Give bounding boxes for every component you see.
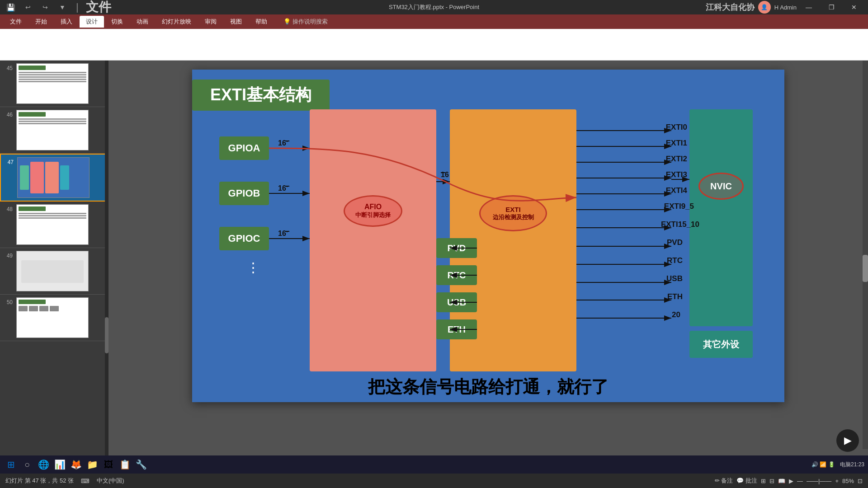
gpio-a-box: GPIOA xyxy=(219,136,269,160)
titlebar: 💾 ↩ ↪ ▼ | 文件 STM32入门教程.pptx - PowerPoint… xyxy=(0,0,868,14)
customize-icon[interactable]: ▼ xyxy=(55,0,70,14)
slide-thumb-47[interactable]: 47 xyxy=(0,154,108,202)
svg-text:16: 16 xyxy=(441,171,449,178)
system-tray: 🔊 📶 🔋 电脑21:23 xyxy=(811,461,864,469)
photos-icon[interactable]: 🖼 xyxy=(101,457,116,472)
tab-help[interactable]: 帮助 xyxy=(249,16,274,28)
view-normal[interactable]: ⊞ xyxy=(761,478,766,484)
tab-insert[interactable]: 插入 xyxy=(54,16,79,28)
brand-name: 江科大自化协 xyxy=(706,2,755,13)
exti3-label: EXTI3 xyxy=(666,170,687,179)
clock: 电脑21:23 xyxy=(840,461,864,468)
slide-preview-47 xyxy=(17,157,90,198)
slide-thumb-49[interactable]: 49 xyxy=(0,248,108,295)
svg-text:⋮: ⋮ xyxy=(246,260,260,275)
eth-label: ETH xyxy=(667,292,683,301)
comments-button[interactable]: 💬 批注 xyxy=(736,477,757,485)
tray-icons: 🔊 📶 🔋 xyxy=(811,461,835,468)
eth-box: ETH xyxy=(436,319,477,339)
gpio-b-box: GPIOB xyxy=(219,182,269,205)
main-area: 45 46 47 xyxy=(0,61,868,488)
rtc-box: RTC xyxy=(436,265,477,285)
other-device-label: 其它外设 xyxy=(703,338,739,351)
start-button[interactable]: ⊞ xyxy=(4,457,18,472)
slide-canvas[interactable]: EXTI基本结构 AFIO 中断引脚选择 EXTI 边沿检测及控制 xyxy=(192,70,784,402)
statusbar: 幻灯片 第 47 张，共 52 张 ⌨ 中文(中国) ✏ 备注 💬 批注 ⊞ ⊟… xyxy=(0,474,868,488)
powerpoint-icon[interactable]: 📊 xyxy=(52,457,67,472)
gpio-c-box: GPIOC xyxy=(219,227,269,250)
browser-icon[interactable]: 🌐 xyxy=(36,457,51,472)
slide-thumb-48[interactable]: 48 xyxy=(0,202,108,248)
sidebar-scrollbar[interactable] xyxy=(105,61,108,488)
content-scrollbar[interactable] xyxy=(863,61,868,449)
fit-to-window[interactable]: ⊡ xyxy=(858,478,863,484)
tab-animations[interactable]: 动画 xyxy=(130,16,155,28)
app1-icon[interactable]: 📋 xyxy=(118,457,132,472)
edge-icon[interactable]: 🦊 xyxy=(69,457,83,472)
user-avatar[interactable]: 👤 xyxy=(758,1,771,14)
close-button[interactable]: ✕ xyxy=(844,0,864,14)
undo-icon[interactable]: ↩ xyxy=(21,0,35,14)
ribbon: 文件 开始 插入 设计 切换 动画 幻灯片放映 审阅 视图 帮助 💡 操作说明搜… xyxy=(0,14,868,61)
window-title: STM32入门教程.pptx - PowerPoint xyxy=(389,3,479,11)
zoom-plus[interactable]: + xyxy=(835,478,839,484)
slide-thumb-46[interactable]: 46 xyxy=(0,107,108,154)
afio-sublabel: 中断引脚选择 xyxy=(355,211,391,219)
titlebar-right: 江科大自化协 👤 H Admin — ❐ ✕ xyxy=(706,0,864,14)
zoom-slider[interactable]: ——|—— xyxy=(807,478,831,484)
search-tab[interactable]: 💡 操作说明搜索 xyxy=(283,18,328,26)
statusbar-right: ✏ 备注 💬 批注 ⊞ ⊟ 📖 ▶ — ——|—— + 85% ⊡ xyxy=(715,477,863,485)
slide-num-50: 50 xyxy=(4,299,13,305)
slide-title: EXTI基本结构 xyxy=(210,85,311,104)
minimize-button[interactable]: — xyxy=(798,0,819,14)
slide-num-48: 48 xyxy=(4,206,13,212)
svg-text:16: 16 xyxy=(278,230,286,237)
diagram: AFIO 中断引脚选择 EXTI 边沿检测及控制 NVIC xyxy=(219,109,753,371)
tab-home[interactable]: 开始 xyxy=(29,16,53,28)
titlebar-left: 💾 ↩ ↪ ▼ | 文件 xyxy=(4,0,111,16)
restore-button[interactable]: ❐ xyxy=(821,0,842,14)
afio-circle: AFIO 中断引脚选择 xyxy=(344,195,402,227)
slide-panel: 45 46 47 xyxy=(0,61,108,488)
slide-title-box: EXTI基本结构 xyxy=(192,80,330,111)
usb-box: USB xyxy=(436,292,477,312)
exti-circle: EXTI 边沿检测及控制 xyxy=(479,195,547,231)
view-reading[interactable]: 📖 xyxy=(778,478,785,484)
sidebar-scrollbar-thumb[interactable] xyxy=(105,317,108,353)
tab-view[interactable]: 视图 xyxy=(224,16,248,28)
tab-transitions[interactable]: 切换 xyxy=(105,16,129,28)
zoom-minus[interactable]: — xyxy=(797,478,803,484)
rtc-label: RTC xyxy=(667,256,683,265)
app2-icon[interactable]: 🔧 xyxy=(134,457,148,472)
exti0-label: EXTI0 xyxy=(666,123,687,132)
nvic-circle: NVIC xyxy=(698,173,744,200)
view-outline[interactable]: ⊟ xyxy=(769,478,774,484)
save-icon[interactable]: 💾 xyxy=(4,0,18,14)
slide-thumb-45[interactable]: 45 xyxy=(0,61,108,107)
other-device-box: 其它外设 xyxy=(689,331,753,358)
accessibility-icon[interactable]: ⌨ xyxy=(81,478,90,484)
view-slideshow[interactable]: ▶ xyxy=(789,478,793,484)
redo-icon[interactable]: ↪ xyxy=(38,0,52,14)
tab-slideshow[interactable]: 幻灯片放映 xyxy=(156,16,198,28)
count-20-label: 20 xyxy=(672,310,680,319)
username: H Admin xyxy=(774,4,797,11)
play-button-popup[interactable]: ▶ xyxy=(836,429,859,452)
slide-thumb-50[interactable]: 50 xyxy=(0,295,108,341)
slide-num-45: 45 xyxy=(4,65,13,71)
tab-design[interactable]: 设计 xyxy=(80,16,104,28)
tab-review[interactable]: 审阅 xyxy=(198,16,223,28)
slide-preview-48 xyxy=(16,204,89,245)
exti2-label: EXTI2 xyxy=(666,155,687,164)
notes-button[interactable]: ✏ 备注 xyxy=(715,477,733,485)
content-scrollbar-thumb[interactable] xyxy=(863,255,868,282)
slide-num-46: 46 xyxy=(4,112,13,118)
svg-text:16: 16 xyxy=(278,139,286,147)
exti1-label: EXTI1 xyxy=(666,139,687,148)
slide-caption: 把这条信号电路给打通，就行了 xyxy=(368,375,609,399)
slide-count: 幻灯片 第 47 张，共 52 张 xyxy=(5,477,74,485)
search-button[interactable]: ○ xyxy=(20,457,34,472)
tab-file[interactable]: 文件 xyxy=(4,16,28,28)
file-manager-icon[interactable]: 📁 xyxy=(85,457,99,472)
exti4-label: EXTI4 xyxy=(666,186,687,195)
